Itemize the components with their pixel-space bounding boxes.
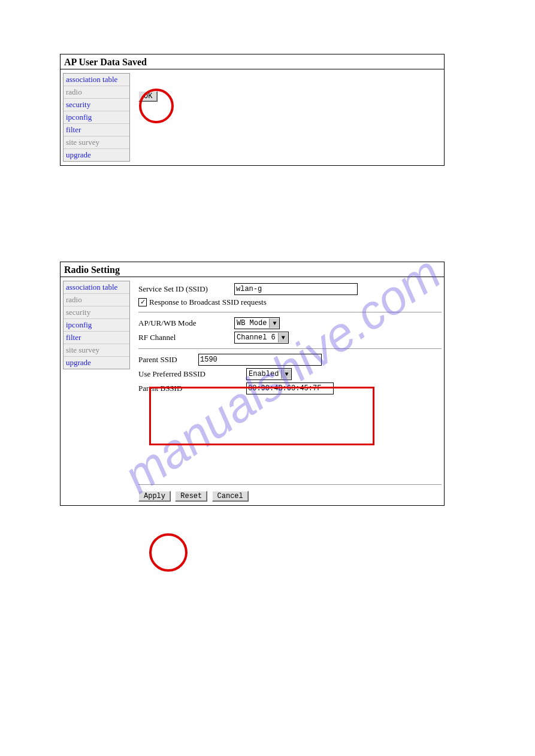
sidebar-item-upgrade[interactable]: upgrade	[64, 149, 129, 161]
side-menu: association table radio security ipconfi…	[63, 281, 130, 369]
sidebar-item-association-table[interactable]: association table	[64, 74, 129, 86]
reset-button[interactable]: Reset	[175, 491, 207, 502]
sidebar-item-upgrade[interactable]: upgrade	[64, 357, 129, 369]
response-broadcast-label: Response to Broadcast SSID requests	[149, 297, 267, 307]
parent-ssid-label: Parent SSID	[138, 355, 198, 365]
sidebar-item-radio: radio	[64, 294, 129, 306]
mode-value: WB Mode	[237, 319, 267, 327]
panel-title: AP User Data Saved	[61, 54, 444, 69]
use-preferred-bssid-value: Enabled	[249, 370, 279, 378]
chevron-down-icon: ▼	[278, 333, 288, 342]
sidebar-item-security[interactable]: security	[64, 99, 129, 111]
ssid-input[interactable]	[234, 283, 358, 295]
use-preferred-bssid-label: Use Preferred BSSID	[138, 369, 246, 379]
sidebar-item-ipconfig[interactable]: ipconfig	[64, 319, 129, 332]
divider	[138, 484, 442, 485]
ok-button[interactable]: OK	[138, 91, 158, 102]
sidebar-item-filter[interactable]: filter	[64, 124, 129, 136]
parent-bssid-label: Parent BSSID	[138, 384, 246, 393]
sidebar-item-radio: radio	[64, 86, 129, 99]
ssid-label: Service Set ID (SSID)	[138, 284, 234, 294]
sidebar-item-site-survey: site survey	[64, 136, 129, 149]
radio-setting-panel: Radio Setting association table radio se…	[60, 262, 445, 506]
ap-user-data-saved-panel: AP User Data Saved association table rad…	[60, 54, 445, 166]
divider	[61, 69, 444, 69]
divider	[61, 277, 444, 277]
cancel-button[interactable]: Cancel	[212, 491, 249, 502]
divider	[138, 348, 442, 349]
annotation-circle-apply	[149, 533, 188, 572]
mode-select[interactable]: WB Mode ▼	[234, 317, 280, 329]
side-menu: association table radio security ipconfi…	[63, 73, 130, 162]
mode-label: AP/UR/WB Mode	[138, 318, 234, 328]
sidebar-item-association-table[interactable]: association table	[64, 281, 129, 294]
parent-bssid-input[interactable]	[246, 382, 334, 394]
use-preferred-bssid-select[interactable]: Enabled ▼	[246, 368, 292, 380]
rf-channel-value: Channel 6	[237, 333, 276, 342]
sidebar-item-filter[interactable]: filter	[64, 332, 129, 344]
apply-button[interactable]: Apply	[138, 491, 171, 502]
parent-ssid-input[interactable]	[198, 354, 322, 366]
sidebar-item-security: security	[64, 306, 129, 319]
chevron-down-icon: ▼	[281, 369, 291, 379]
rf-channel-label: RF Channel	[138, 333, 234, 342]
sidebar-item-site-survey: site survey	[64, 344, 129, 357]
response-broadcast-checkbox[interactable]: ✓	[138, 298, 147, 306]
panel-title: Radio Setting	[61, 262, 444, 277]
sidebar-item-ipconfig[interactable]: ipconfig	[64, 111, 129, 124]
chevron-down-icon: ▼	[269, 318, 279, 328]
divider	[138, 312, 442, 312]
rf-channel-select[interactable]: Channel 6 ▼	[234, 332, 289, 344]
